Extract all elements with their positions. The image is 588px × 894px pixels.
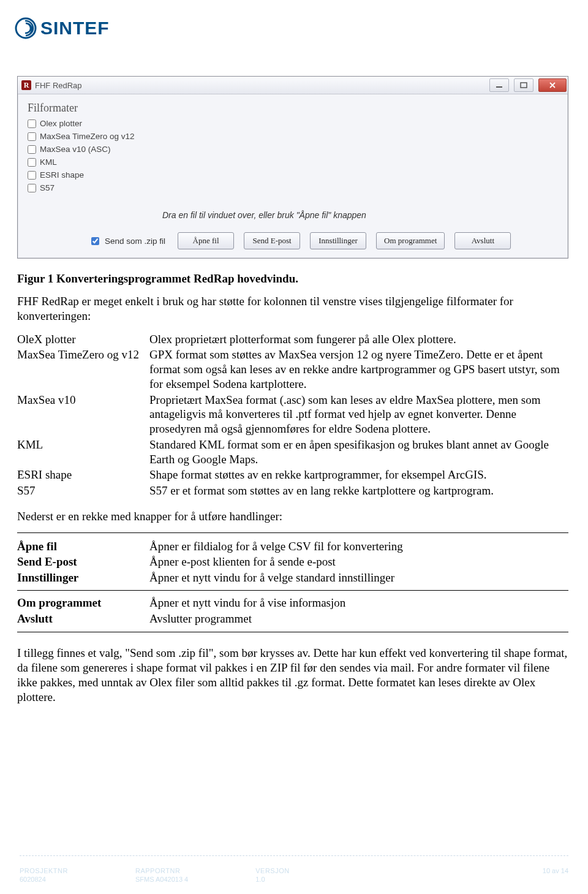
table-row: MaxSea TimeZero og v12GPX format som stø… <box>17 347 568 392</box>
format-row[interactable]: S57 <box>28 181 558 194</box>
format-label: KML <box>40 157 57 167</box>
format-definitions: OleX plotterOlex proprietært plotterform… <box>17 332 568 499</box>
brand-name: SINTEF <box>40 18 110 39</box>
format-label: MaxSea v10 (ASC) <box>40 145 111 154</box>
drop-hint: Dra en fil til vinduet over, eller bruk … <box>162 210 558 220</box>
format-label: MaxSea TimeZero og v12 <box>40 132 135 141</box>
app-icon: R <box>21 80 31 90</box>
send-zip-toggle[interactable]: Send som .zip fil <box>89 235 165 247</box>
format-row[interactable]: ESRI shape <box>28 169 558 181</box>
footer-label: PROSJEKTNR <box>20 867 68 874</box>
def-desc: Åpner et nytt vindu for å velge standard… <box>149 570 568 586</box>
divider <box>17 632 568 632</box>
action-definitions-1: Åpne filÅpner er fildialog for å velge C… <box>17 539 568 586</box>
table-row: ESRI shapeShape format støttes av en rek… <box>17 468 568 483</box>
table-row: Send E-postÅpner e-post klienten for å s… <box>17 555 568 570</box>
table-row: OleX plotterOlex proprietært plotterform… <box>17 332 568 348</box>
window-title: FHF RedRap <box>35 81 82 90</box>
format-row[interactable]: MaxSea v10 (ASC) <box>28 143 558 156</box>
def-desc: Avslutter programmet <box>149 612 568 627</box>
footer-value: 6020824 <box>20 876 68 883</box>
footer-label: RAPPORTNR <box>135 867 188 874</box>
figure-caption: Figur 1 Konverteringsprogrammet RedRap h… <box>17 272 568 286</box>
format-checkbox[interactable] <box>28 184 36 192</box>
table-row: AvsluttAvslutter programmet <box>17 612 568 627</box>
page-number: 10 av 14 <box>543 867 568 883</box>
footer-label: VERSJON <box>255 867 289 874</box>
def-name: Avslutt <box>17 612 53 625</box>
sintef-icon <box>15 17 37 39</box>
def-name: MaxSea TimeZero og v12 <box>17 347 149 392</box>
format-label: S57 <box>40 183 55 192</box>
action-definitions-2: Om programmetÅpner et nytt vindu for å v… <box>17 596 568 627</box>
format-row[interactable]: MaxSea TimeZero og v12 <box>28 130 558 143</box>
def-desc: Shape format støttes av en rekke kartpro… <box>149 468 568 483</box>
format-checkbox[interactable] <box>28 171 36 180</box>
format-checkbox[interactable] <box>28 132 36 141</box>
def-desc: GPX format som støttes av MaxSea versjon… <box>149 347 568 392</box>
page-footer: PROSJEKTNR 6020824 RAPPORTNR SFMS A04201… <box>20 867 568 883</box>
outro-paragraph: I tillegg finnes et valg, "Send som .zip… <box>17 646 568 704</box>
send-email-button[interactable]: Send E-post <box>244 232 300 249</box>
table-row: Åpne filÅpner er fildialog for å velge C… <box>17 539 568 555</box>
def-name: Om programmet <box>17 596 101 609</box>
about-button[interactable]: Om programmet <box>376 232 445 249</box>
def-desc: S57 er et format som støttes av en lang … <box>149 483 568 499</box>
def-desc: Åpner er fildialog for å velge CSV fil f… <box>149 539 568 555</box>
format-checkbox[interactable] <box>28 119 36 128</box>
send-zip-checkbox[interactable] <box>91 237 99 245</box>
minimize-button[interactable] <box>489 78 509 92</box>
format-checkbox[interactable] <box>28 145 36 154</box>
table-row: KMLStandared KML format som er en åpen s… <box>17 438 568 468</box>
maximize-button[interactable] <box>514 78 533 92</box>
table-row: Om programmetÅpner et nytt vindu for å v… <box>17 596 568 612</box>
def-name: KML <box>17 438 149 468</box>
close-button[interactable] <box>538 78 567 92</box>
svg-rect-2 <box>521 83 527 88</box>
send-zip-label: Send som .zip fil <box>105 237 165 246</box>
section-title: Filformater <box>28 102 558 115</box>
def-name: Send E-post <box>17 555 77 568</box>
exit-button[interactable]: Avslutt <box>454 232 511 249</box>
def-name: MaxSea v10 <box>17 393 149 438</box>
footer-value: 1.0 <box>255 876 289 883</box>
actions-intro: Nederst er en rekke med knapper for å ut… <box>17 509 568 524</box>
footer-value: SFMS A042013 4 <box>135 876 188 883</box>
open-file-button[interactable]: Åpne fil <box>178 232 234 249</box>
format-row[interactable]: KML <box>28 156 558 169</box>
brand-logo: SINTEF <box>15 17 568 39</box>
format-row[interactable]: Olex plotter <box>28 117 558 130</box>
def-desc: Olex proprietært plotterformat som funge… <box>149 332 568 348</box>
def-name: S57 <box>17 483 149 499</box>
def-name: Innstillinger <box>17 571 78 584</box>
intro-paragraph: FHF RedRap er meget enkelt i bruk og har… <box>17 294 568 324</box>
def-desc: Åpner et nytt vindu for å vise informasj… <box>149 596 568 612</box>
footer-divider <box>20 855 568 856</box>
format-label: ESRI shape <box>40 170 84 180</box>
format-label: Olex plotter <box>40 119 82 128</box>
app-window: R FHF RedRap Filformater Olex plotter Ma… <box>17 76 568 259</box>
def-name: Åpne fil <box>17 540 57 553</box>
def-desc: Proprietært MaxSea format (.asc) som kan… <box>149 393 568 438</box>
settings-button[interactable]: Innstillinger <box>310 232 366 249</box>
format-checkbox[interactable] <box>28 158 36 167</box>
def-name: ESRI shape <box>17 468 149 483</box>
svg-rect-1 <box>496 86 502 88</box>
def-desc: Standared KML format som er en åpen spes… <box>149 438 568 468</box>
divider <box>17 532 568 533</box>
divider <box>17 590 568 591</box>
titlebar: R FHF RedRap <box>18 77 568 94</box>
def-name: OleX plotter <box>17 332 149 348</box>
table-row: InnstillingerÅpner et nytt vindu for å v… <box>17 570 568 586</box>
def-desc: Åpner e-post klienten for å sende e-post <box>149 555 568 570</box>
table-row: MaxSea v10Proprietært MaxSea format (.as… <box>17 393 568 438</box>
table-row: S57S57 er et format som støttes av en la… <box>17 483 568 499</box>
